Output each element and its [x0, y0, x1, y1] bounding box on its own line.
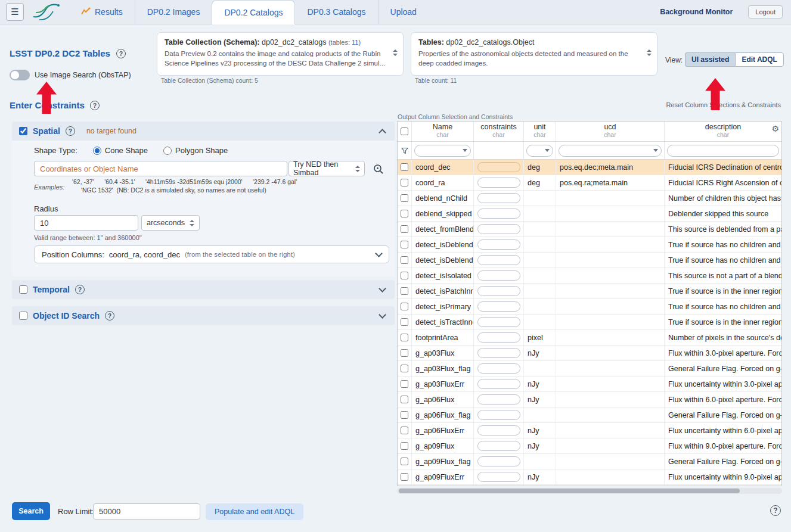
polygon-shape-radio-input[interactable] — [163, 147, 172, 155]
column-constraint-input[interactable] — [477, 379, 520, 389]
help-icon[interactable]: ? — [105, 311, 114, 321]
column-row[interactable]: deblend_nChild Number of children this o… — [398, 191, 781, 206]
column-constraint-input[interactable] — [477, 425, 520, 435]
temporal-section-header[interactable]: Temporal ? — [12, 280, 395, 299]
column-select-checkbox[interactable] — [401, 318, 408, 326]
temporal-checkbox[interactable] — [19, 285, 27, 294]
cone-shape-radio[interactable]: Cone Shape — [93, 146, 148, 155]
tab-dp03-catalogs[interactable]: DP0.3 Catalogs — [295, 0, 377, 24]
column-constraint-input[interactable] — [477, 209, 520, 219]
column-row[interactable]: g_ap03Flux nJy Flux within 3.0-pixel ape… — [398, 346, 781, 361]
column-select-checkbox[interactable] — [401, 225, 408, 233]
column-select-checkbox[interactable] — [401, 256, 408, 264]
help-icon[interactable]: ? — [66, 126, 75, 136]
column-row[interactable]: coord_ra deg pos.eq.ra;meta.main Fiducia… — [398, 175, 781, 191]
chevron-down-icon[interactable] — [379, 285, 386, 293]
column-select-checkbox[interactable] — [401, 163, 408, 171]
column-row[interactable]: g_ap03Flux_flag General Failure Flag. Fo… — [398, 361, 781, 377]
resolve-search-button[interactable] — [370, 161, 386, 177]
logout-button[interactable]: Logout — [748, 5, 783, 18]
column-constraint-input[interactable] — [477, 286, 520, 296]
name-filter-input[interactable] — [414, 145, 471, 157]
column-constraint-input[interactable] — [477, 394, 520, 405]
column-row[interactable]: detect_isDeblende True if source has no … — [398, 253, 781, 268]
column-row[interactable]: detect_isPatchInn True if source is in t… — [398, 284, 781, 299]
column-row[interactable]: g_ap06Flux nJy Flux within 6.0-pixel ape… — [398, 392, 781, 407]
search-button[interactable]: Search — [12, 502, 50, 520]
help-icon[interactable]: ? — [75, 285, 85, 294]
help-icon[interactable]: ? — [90, 101, 100, 110]
column-select-checkbox[interactable] — [401, 349, 408, 357]
column-select-checkbox[interactable] — [401, 179, 408, 186]
menu-button[interactable]: ☰ — [6, 3, 24, 21]
column-select-checkbox[interactable] — [401, 241, 408, 248]
help-icon[interactable]: ? — [116, 49, 126, 58]
select-all-checkbox[interactable] — [401, 127, 408, 135]
column-select-checkbox[interactable] — [401, 272, 408, 279]
column-constraint-input[interactable] — [477, 301, 520, 312]
table-selector-card[interactable]: Tables: dp02_dc2_catalogs.Object Propert… — [411, 32, 657, 76]
column-row[interactable]: detect_isPrimary True if source has no c… — [398, 299, 781, 315]
chevron-up-icon[interactable] — [379, 129, 386, 136]
tab-results[interactable]: Results — [69, 0, 135, 24]
column-row[interactable]: detect_isTractInne True if source is in … — [398, 315, 781, 330]
description-filter-input[interactable] — [667, 145, 779, 157]
table-settings-gear-icon[interactable]: ⚙ — [771, 125, 779, 133]
column-constraint-input[interactable] — [477, 162, 520, 172]
row-limit-input[interactable] — [93, 503, 200, 519]
column-constraint-input[interactable] — [477, 441, 520, 451]
image-search-toggle[interactable] — [10, 70, 30, 80]
column-select-checkbox[interactable] — [401, 396, 408, 403]
cone-shape-radio-input[interactable] — [93, 147, 101, 155]
column-row[interactable]: g_ap09Flux nJy Flux within 9.0-pixel ape… — [398, 438, 781, 454]
column-select-checkbox[interactable] — [401, 334, 408, 341]
coordinates-input[interactable] — [34, 161, 287, 176]
object-id-checkbox[interactable] — [19, 312, 27, 320]
tab-dp02-catalogs[interactable]: DP0.2 Catalogs — [212, 0, 295, 24]
object-id-section-header[interactable]: Object ID Search ? — [12, 306, 395, 325]
radius-input[interactable] — [34, 215, 138, 231]
reset-column-selections-link[interactable]: Reset Column Selections & Constraints — [666, 101, 781, 108]
column-constraint-input[interactable] — [477, 178, 520, 188]
column-select-checkbox[interactable] — [401, 380, 408, 388]
ucd-filter-input[interactable] — [559, 145, 662, 157]
column-row[interactable]: detect_isDeblende True if source has no … — [398, 237, 781, 253]
column-constraint-input[interactable] — [477, 348, 520, 358]
filter-funnel-cell[interactable] — [398, 142, 412, 159]
column-constraint-input[interactable] — [477, 224, 520, 234]
spatial-checkbox[interactable] — [19, 127, 27, 135]
view-edit-adql-button[interactable]: Edit ADQL — [735, 52, 784, 67]
page-help-icon[interactable]: ? — [770, 505, 781, 516]
tab-upload[interactable]: Upload — [378, 0, 429, 24]
column-constraint-input[interactable] — [477, 332, 520, 343]
schema-stepper-icon[interactable] — [393, 49, 398, 56]
column-constraint-input[interactable] — [477, 193, 520, 203]
column-constraint-input[interactable] — [477, 472, 520, 482]
column-constraint-input[interactable] — [477, 239, 520, 250]
column-row[interactable]: g_ap06FluxErr nJy Flux uncertainty withi… — [398, 423, 781, 438]
column-row[interactable]: g_ap09Flux_flag General Failure Flag. Fo… — [398, 454, 781, 469]
table-horizontal-scrollbar[interactable] — [397, 488, 782, 494]
column-row[interactable]: detect_fromBlend This source is deblende… — [398, 222, 781, 237]
unit-filter-input[interactable] — [526, 145, 553, 157]
column-row[interactable]: detect_isIsolated This source is not a p… — [398, 268, 781, 284]
column-select-checkbox[interactable] — [401, 365, 408, 372]
table-stepper-icon[interactable] — [647, 49, 652, 56]
scrollbar-thumb[interactable] — [399, 489, 740, 493]
column-row[interactable]: g_ap09FluxErr nJy Flux uncertainty withi… — [398, 469, 781, 485]
background-monitor-button[interactable]: Background Monitor — [660, 8, 733, 16]
position-columns-dropdown[interactable]: Position Columns: coord_ra, coord_dec (f… — [34, 245, 389, 263]
polygon-shape-radio[interactable]: Polygon Shape — [163, 146, 228, 155]
column-constraint-input[interactable] — [477, 255, 520, 265]
column-row[interactable]: coord_dec deg pos.eq.dec;meta.main Fiduc… — [398, 160, 781, 175]
column-select-checkbox[interactable] — [401, 303, 408, 310]
resolver-select[interactable]: Try NED then Simbad — [289, 161, 365, 176]
column-row[interactable]: g_ap06Flux_flag General Failure Flag. Fo… — [398, 407, 781, 423]
column-constraint-input[interactable] — [477, 317, 520, 327]
view-ui-assisted-button[interactable]: UI assisted — [685, 52, 735, 67]
spatial-section-header[interactable]: Spatial ? no target found — [12, 122, 395, 141]
column-select-checkbox[interactable] — [401, 458, 408, 465]
schema-selector-card[interactable]: Table Collection (Schema): dp02_dc2_cata… — [157, 32, 404, 76]
column-select-checkbox[interactable] — [401, 473, 408, 481]
column-constraint-input[interactable] — [477, 363, 520, 374]
